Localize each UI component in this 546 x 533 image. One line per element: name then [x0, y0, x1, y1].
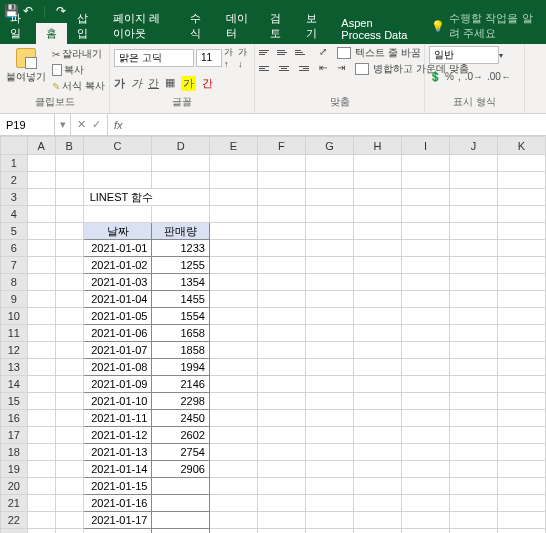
cell-K18[interactable]: [497, 444, 545, 461]
cell-H18[interactable]: [353, 444, 401, 461]
cell-I15[interactable]: [401, 393, 449, 410]
cell-C9[interactable]: 2021-01-04: [83, 291, 152, 308]
cell-D4[interactable]: [152, 206, 210, 223]
cell-K7[interactable]: [497, 257, 545, 274]
tab-home[interactable]: 홈: [36, 23, 67, 44]
increase-decimal-button[interactable]: .0→: [465, 71, 483, 82]
cell-B11[interactable]: [55, 325, 83, 342]
cell-H14[interactable]: [353, 376, 401, 393]
cell-C6[interactable]: 2021-01-01: [83, 240, 152, 257]
cell-D11[interactable]: 1658: [152, 325, 210, 342]
cell-E8[interactable]: [209, 274, 257, 291]
cell-C14[interactable]: 2021-01-09: [83, 376, 152, 393]
cell-C3[interactable]: LINEST 함수: [83, 189, 209, 206]
cell-E2[interactable]: [209, 172, 257, 189]
row-header-7[interactable]: 7: [1, 257, 28, 274]
cell-C13[interactable]: 2021-01-08: [83, 359, 152, 376]
cell-F7[interactable]: [257, 257, 305, 274]
cell-E6[interactable]: [209, 240, 257, 257]
cell-F17[interactable]: [257, 427, 305, 444]
cell-A4[interactable]: [27, 206, 55, 223]
cell-I6[interactable]: [401, 240, 449, 257]
row-header-21[interactable]: 21: [1, 495, 28, 512]
cancel-formula-icon[interactable]: ✕: [77, 118, 86, 131]
cell-E12[interactable]: [209, 342, 257, 359]
row-header-22[interactable]: 22: [1, 512, 28, 529]
cell-E11[interactable]: [209, 325, 257, 342]
cell-K8[interactable]: [497, 274, 545, 291]
cell-E7[interactable]: [209, 257, 257, 274]
cell-H8[interactable]: [353, 274, 401, 291]
row-header-1[interactable]: 1: [1, 155, 28, 172]
row-header-15[interactable]: 15: [1, 393, 28, 410]
cell-J16[interactable]: [449, 410, 497, 427]
cell-D18[interactable]: 2754: [152, 444, 210, 461]
cell-A13[interactable]: [27, 359, 55, 376]
formula-input[interactable]: [129, 114, 546, 135]
cell-I9[interactable]: [401, 291, 449, 308]
cell-I2[interactable]: [401, 172, 449, 189]
align-bottom-button[interactable]: [295, 46, 309, 58]
cell-C18[interactable]: 2021-01-13: [83, 444, 152, 461]
cell-J8[interactable]: [449, 274, 497, 291]
cell-G23[interactable]: [305, 529, 353, 534]
cell-K3[interactable]: [497, 189, 545, 206]
cell-C10[interactable]: 2021-01-05: [83, 308, 152, 325]
cell-D6[interactable]: 1233: [152, 240, 210, 257]
cell-A9[interactable]: [27, 291, 55, 308]
cell-A3[interactable]: [27, 189, 55, 206]
align-center-button[interactable]: [277, 62, 291, 74]
cell-E3[interactable]: [209, 189, 257, 206]
cell-H2[interactable]: [353, 172, 401, 189]
cell-C5[interactable]: 날짜: [83, 223, 152, 240]
cell-B10[interactable]: [55, 308, 83, 325]
row-header-20[interactable]: 20: [1, 478, 28, 495]
cell-F15[interactable]: [257, 393, 305, 410]
cell-A20[interactable]: [27, 478, 55, 495]
cell-K1[interactable]: [497, 155, 545, 172]
cell-E13[interactable]: [209, 359, 257, 376]
cell-D12[interactable]: 1858: [152, 342, 210, 359]
cell-A23[interactable]: [27, 529, 55, 534]
cell-G18[interactable]: [305, 444, 353, 461]
cell-B5[interactable]: [55, 223, 83, 240]
row-header-13[interactable]: 13: [1, 359, 28, 376]
align-middle-button[interactable]: [277, 46, 291, 58]
cell-A6[interactable]: [27, 240, 55, 257]
cell-H12[interactable]: [353, 342, 401, 359]
cell-B16[interactable]: [55, 410, 83, 427]
cell-I10[interactable]: [401, 308, 449, 325]
font-size-input[interactable]: [196, 49, 222, 67]
cell-H10[interactable]: [353, 308, 401, 325]
tab-view[interactable]: 보기: [296, 8, 332, 44]
cell-K13[interactable]: [497, 359, 545, 376]
chevron-down-icon[interactable]: ▾: [499, 51, 503, 60]
cell-C11[interactable]: 2021-01-06: [83, 325, 152, 342]
cell-A12[interactable]: [27, 342, 55, 359]
cell-D13[interactable]: 1994: [152, 359, 210, 376]
comma-format-button[interactable]: ,: [458, 71, 461, 82]
cell-C20[interactable]: 2021-01-15: [83, 478, 152, 495]
cell-D15[interactable]: 2298: [152, 393, 210, 410]
cell-H5[interactable]: [353, 223, 401, 240]
row-header-11[interactable]: 11: [1, 325, 28, 342]
cell-K15[interactable]: [497, 393, 545, 410]
column-header-D[interactable]: D: [152, 137, 210, 155]
column-header-C[interactable]: C: [83, 137, 152, 155]
cell-B2[interactable]: [55, 172, 83, 189]
number-format-select[interactable]: [429, 46, 499, 64]
cell-B6[interactable]: [55, 240, 83, 257]
cell-G22[interactable]: [305, 512, 353, 529]
cell-K12[interactable]: [497, 342, 545, 359]
column-header-K[interactable]: K: [497, 137, 545, 155]
tab-formulas[interactable]: 수식: [180, 8, 216, 44]
fx-icon[interactable]: fx: [108, 114, 129, 135]
indent-decrease-button[interactable]: ⇤: [319, 62, 327, 76]
cell-E9[interactable]: [209, 291, 257, 308]
cell-A1[interactable]: [27, 155, 55, 172]
cell-D9[interactable]: 1455: [152, 291, 210, 308]
cell-A21[interactable]: [27, 495, 55, 512]
cell-J5[interactable]: [449, 223, 497, 240]
cell-D5[interactable]: 판매량: [152, 223, 210, 240]
cell-E15[interactable]: [209, 393, 257, 410]
